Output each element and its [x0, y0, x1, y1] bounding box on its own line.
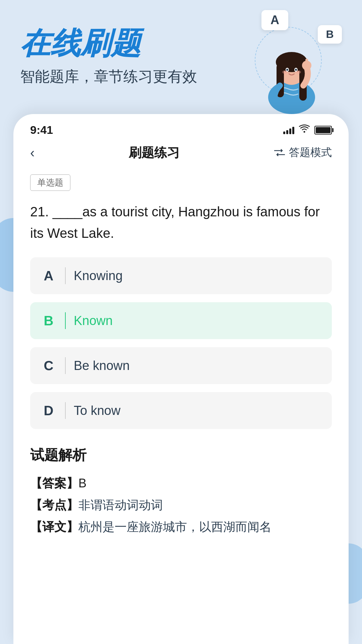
keypoint-label: 【考点】	[30, 498, 78, 512]
option-c[interactable]: C Be known	[30, 347, 332, 384]
option-d[interactable]: D To know	[30, 392, 332, 429]
back-button[interactable]: ‹	[30, 145, 35, 160]
option-c-text: Be known	[74, 359, 130, 373]
analysis-translation: 【译文】杭州是一座旅游城市，以西湖而闻名	[30, 516, 332, 538]
translation-label: 【译文】	[30, 520, 78, 534]
svg-point-10	[295, 69, 297, 71]
option-a[interactable]: A Knowing	[30, 257, 332, 294]
option-c-letter: C	[40, 358, 57, 373]
answer-value: B	[78, 476, 86, 490]
option-a-letter: A	[40, 268, 57, 283]
question-type-badge: 单选题	[30, 174, 70, 191]
svg-point-15	[304, 131, 305, 133]
status-bar: 9:41	[13, 114, 349, 141]
analysis-title: 试题解析	[30, 446, 332, 465]
analysis-keypoint: 【考点】非谓语动词动词	[30, 494, 332, 516]
option-b[interactable]: B Known	[30, 302, 332, 339]
option-b-text: Known	[74, 314, 113, 328]
nav-bar: ‹ 刷题练习 答题模式	[13, 141, 349, 168]
mode-icon	[274, 148, 286, 157]
option-d-divider	[65, 402, 66, 419]
svg-point-12	[296, 70, 301, 74]
option-c-divider	[65, 357, 66, 374]
content-area: 单选题 21. ____as a tourist city, Hangzhou …	[13, 168, 349, 644]
mode-label: 答题模式	[289, 145, 332, 160]
header-area: 在线刷题 智能题库，章节练习更有效 A B	[0, 0, 362, 121]
option-d-text: To know	[74, 404, 120, 418]
option-b-letter: B	[40, 313, 57, 328]
answer-label: 【答案】	[30, 476, 78, 490]
analysis-section: 试题解析 【答案】B 【考点】非谓语动词动词 【译文】杭州是一座旅游城市，以西湖…	[30, 439, 332, 538]
svg-rect-14	[305, 59, 308, 67]
keypoint-value: 非谓语动词动词	[78, 498, 163, 512]
mode-toggle[interactable]: 答题模式	[274, 145, 332, 160]
phone-frame: 9:41 ‹ 刷题练习	[13, 114, 349, 644]
page-title: 刷题练习	[129, 144, 180, 161]
translation-value: 杭州是一座旅游城市，以西湖而闻名	[78, 520, 272, 534]
battery-icon	[314, 126, 332, 135]
character-svg	[251, 30, 332, 114]
svg-point-11	[282, 70, 288, 74]
question-text: 21. ____as a tourist city, Hangzhou is f…	[30, 201, 332, 244]
option-a-text: Knowing	[74, 269, 123, 283]
option-b-divider	[65, 312, 66, 329]
character-illustration: A B	[235, 7, 349, 114]
option-a-divider	[65, 267, 66, 284]
status-icons	[283, 124, 332, 136]
bubble-a: A	[261, 10, 288, 30]
wifi-icon	[299, 124, 310, 136]
analysis-answer: 【答案】B	[30, 473, 332, 494]
svg-point-9	[286, 69, 288, 71]
option-d-letter: D	[40, 403, 57, 418]
status-time: 9:41	[30, 123, 53, 137]
signal-icon	[283, 126, 294, 134]
